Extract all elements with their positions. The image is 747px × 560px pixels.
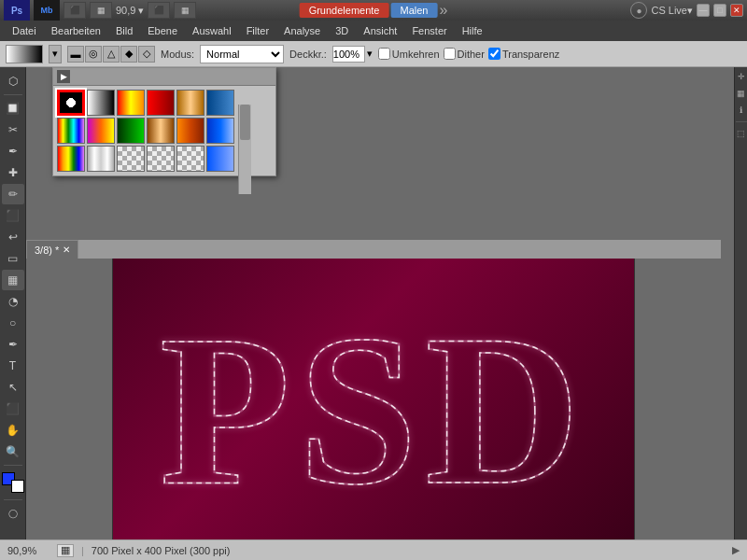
transparency-checkbox[interactable]	[488, 48, 500, 60]
diamond-gradient-btn[interactable]: ◇	[138, 46, 155, 63]
gradient-swatch-9[interactable]	[147, 118, 175, 144]
gradient-swatch-7[interactable]	[87, 118, 115, 144]
doc-tab-bar: 3/8) * ✕	[26, 240, 721, 259]
radial-gradient-btn[interactable]: ◎	[85, 46, 102, 63]
gradient-swatch-14[interactable]	[117, 146, 145, 172]
menu-ansicht[interactable]: Ansicht	[357, 23, 403, 38]
mode-select[interactable]: Normal	[200, 45, 284, 63]
menu-hilfe[interactable]: Hilfe	[456, 23, 489, 38]
opacity-input[interactable]	[332, 46, 365, 63]
gradient-swatch-16[interactable]	[176, 146, 204, 172]
status-bar: 90,9% ▦ | 700 Pixel x 400 Pixel (300 ppi…	[0, 539, 747, 560]
doc-tab[interactable]: 3/8) * ✕	[26, 240, 78, 259]
pen-tool[interactable]: ✒	[2, 334, 24, 355]
crop-tool[interactable]: ✂	[2, 119, 24, 140]
menu-3d[interactable]: 3D	[329, 23, 355, 38]
gradient-swatch-13[interactable]	[87, 146, 115, 172]
picker-expand-arrow[interactable]: ▶	[57, 70, 70, 83]
lasso-tool[interactable]: 🔲	[2, 98, 24, 119]
gradient-swatch-5[interactable]	[206, 90, 234, 116]
gradient-swatch-1[interactable]	[87, 90, 115, 116]
info-icon[interactable]: ℹ	[736, 105, 747, 116]
quick-mask-btn[interactable]: ◯	[2, 503, 24, 524]
shape-tool[interactable]: ⬛	[2, 399, 24, 419]
close-button[interactable]: ✕	[730, 4, 743, 17]
menu-bearbeiten[interactable]: Bearbeiten	[45, 23, 107, 38]
angle-gradient-btn[interactable]: △	[103, 46, 120, 63]
menu-analyse[interactable]: Analyse	[277, 23, 327, 38]
psd-svg: PSD PSD	[113, 259, 634, 539]
reverse-label: Umkehren	[392, 49, 440, 60]
history-tool[interactable]: ↩	[2, 227, 24, 247]
dither-checkbox[interactable]	[444, 48, 456, 60]
gradient-tool[interactable]: ▦	[2, 270, 24, 290]
eraser-tool[interactable]: ▭	[2, 248, 24, 269]
paint-button[interactable]: Malen	[390, 3, 437, 18]
menu-filter[interactable]: Filter	[240, 23, 275, 38]
main-layout: ⬡ 🔲 ✂ ✒ ✚ ✏ ⬛ ↩ ▭ ▦ ◔ ○ ✒ T ↖ ⬛ ✋ 🔍 ◯ ▶	[0, 67, 747, 539]
zoom-tool[interactable]: 🔍	[2, 441, 24, 462]
heal-tool[interactable]: ✚	[2, 162, 24, 183]
menu-fenster[interactable]: Fenster	[405, 23, 453, 38]
gradient-swatch-6[interactable]	[57, 118, 85, 144]
layers-icon[interactable]: ⬚	[736, 128, 747, 139]
gradient-swatch-3[interactable]	[147, 90, 175, 116]
background-color[interactable]	[11, 480, 24, 493]
mode-label: Modus:	[161, 49, 194, 60]
gradient-swatch-0[interactable]	[57, 90, 85, 116]
gradient-dropdown-arrow[interactable]: ▾	[49, 45, 62, 63]
status-forward-arrow[interactable]: ▶	[732, 544, 740, 556]
minimize-button[interactable]: —	[697, 4, 710, 17]
gradient-swatch-4[interactable]	[176, 90, 204, 116]
left-toolbar: ⬡ 🔲 ✂ ✒ ✚ ✏ ⬛ ↩ ▭ ▦ ◔ ○ ✒ T ↖ ⬛ ✋ 🔍 ◯	[0, 67, 26, 539]
maximize-button[interactable]: □	[713, 4, 726, 17]
panel-sep	[736, 121, 747, 122]
more-workspaces-icon[interactable]: »	[439, 2, 447, 19]
layout-icon[interactable]: ⬛	[148, 2, 170, 19]
gradient-picker-popup: ▶	[52, 67, 276, 176]
app-icon: ⬛	[63, 2, 86, 19]
move-tool[interactable]: ⬡	[2, 71, 24, 91]
dither-checkbox-label[interactable]: Dither	[444, 48, 485, 60]
gradient-swatch-11[interactable]	[206, 118, 234, 144]
doc-tab-name: 3/8) *	[35, 245, 59, 256]
reverse-checkbox-label[interactable]: Umkehren	[378, 48, 440, 60]
canvas-area: ▶ 3/8) * ✕	[26, 67, 734, 539]
path-tool[interactable]: ↖	[2, 377, 24, 398]
picker-scrollbar[interactable]	[238, 105, 251, 194]
gradient-swatch-17[interactable]	[206, 146, 234, 172]
tab-close-btn[interactable]: ✕	[63, 245, 70, 255]
eyedrop-tool[interactable]: ✒	[2, 141, 24, 161]
dodge-tool[interactable]: ○	[2, 313, 24, 333]
gradient-swatch-12[interactable]	[57, 146, 85, 172]
opacity-arrow[interactable]: ▾	[367, 48, 373, 60]
gradient-swatch-preview[interactable]	[6, 45, 43, 63]
blur-tool[interactable]: ◔	[2, 291, 24, 312]
menu-auswahl[interactable]: Auswahl	[186, 23, 238, 38]
doc-canvas[interactable]: PSD PSD	[26, 259, 721, 539]
gradient-swatch-10[interactable]	[176, 118, 204, 144]
type-tool[interactable]: T	[2, 356, 24, 376]
stamp-tool[interactable]: ⬛	[2, 205, 24, 226]
compass-icon[interactable]: ✛	[736, 71, 747, 82]
reverse-checkbox[interactable]	[378, 48, 390, 60]
histogram-icon[interactable]: ▦	[736, 88, 747, 99]
status-histogram-btn[interactable]: ▦	[57, 544, 74, 557]
menu-datei[interactable]: Datei	[6, 23, 43, 38]
menu-bild[interactable]: Bild	[109, 23, 139, 38]
gradient-swatch-8[interactable]	[117, 118, 145, 144]
scrollbar-thumb[interactable]	[240, 105, 250, 140]
color-swatches[interactable]	[2, 472, 24, 493]
view2-icon[interactable]: ▦	[174, 2, 196, 19]
cs-live-button[interactable]: CS Live▾	[651, 5, 693, 17]
gradient-swatch-2[interactable]	[117, 90, 145, 116]
workspace-button[interactable]: Grundelemente	[300, 3, 389, 18]
view-icon[interactable]: ▦	[90, 2, 112, 19]
brush-tool[interactable]: ✏	[2, 184, 24, 204]
transparency-checkbox-label[interactable]: Transparenz	[488, 48, 559, 60]
gradient-swatch-15[interactable]	[147, 146, 175, 172]
linear-gradient-btn[interactable]: ▬	[67, 46, 84, 63]
hand-tool[interactable]: ✋	[2, 420, 24, 441]
menu-ebene[interactable]: Ebene	[141, 23, 184, 38]
reflect-gradient-btn[interactable]: ◆	[120, 46, 137, 63]
